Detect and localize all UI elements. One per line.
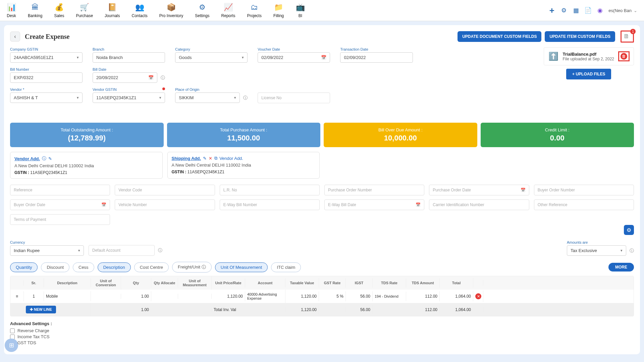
carrier-id-input[interactable]: Carrier Identification Number [429, 199, 529, 210]
currency-select[interactable]: Indian Rupee▾ [10, 245, 84, 256]
floating-help-button[interactable]: ⊞ [5, 339, 18, 352]
attachments-button[interactable]: 🗎 1 [621, 31, 634, 43]
place-origin-select[interactable]: SIKKIM▾ [175, 93, 240, 103]
nav-bi[interactable]: 📺BI [296, 3, 305, 18]
close-icon[interactable]: ✕ [209, 156, 212, 161]
back-button[interactable]: ‹ [10, 32, 20, 42]
buyer-order-number-input[interactable]: Buyer Order Number [534, 185, 634, 195]
badge-icon[interactable]: ◉ [596, 7, 604, 14]
vendor-add-link[interactable]: Vendor Add. [14, 156, 40, 161]
pill-freight[interactable]: Freight/Unit ⓘ [172, 262, 212, 273]
vendor-code-input[interactable]: Vendor Code [115, 185, 215, 195]
grid-icon[interactable]: ▦ [572, 7, 580, 14]
bill-date-input[interactable]: 20/09/2022📅 [93, 72, 157, 83]
default-account-input[interactable]: Default Account [89, 245, 155, 256]
top-nav: 📊Desk 🏛Banking 💰Sales 🛒Purchase 📔Journal… [0, 0, 644, 21]
info-icon[interactable]: ⓘ [42, 156, 46, 162]
settings-icon: ⚙ [198, 3, 207, 12]
nav-inventory[interactable]: 📦Pro Inventory [159, 3, 183, 18]
edit-icon[interactable]: ✎ [48, 156, 52, 161]
pill-itc[interactable]: ITC claim [271, 262, 301, 272]
kpi-outstanding: Total Outstanding Amount :(12,789.99) [10, 123, 164, 147]
pill-cost-centre[interactable]: Cost Centre [134, 262, 169, 272]
bill-number-input[interactable]: EXP/0322 [10, 72, 83, 83]
buyer-order-date-input[interactable]: Buyer Order Date📅 [10, 199, 110, 210]
add-icon[interactable]: + [548, 7, 555, 14]
company-gstin-select[interactable]: 24AABCA5951E1Z1▾ [10, 52, 83, 63]
shipping-address-card: Shipping Add.✎✕⧉Vendor Add. A New Delhi … [167, 152, 320, 179]
income-tax-tcs-checkbox[interactable]: Income Tax TCS [10, 334, 634, 339]
pill-quantity[interactable]: Quantity [10, 262, 38, 272]
table-row[interactable]: ≡ 1 Mobile 1.00 1,120.00 40000-Advertisi… [10, 290, 634, 303]
nav-journals[interactable]: 📔Journals [105, 3, 120, 18]
transaction-date-input[interactable]: 02/09/2022 [340, 52, 413, 63]
nav-sales[interactable]: 💰Sales [54, 3, 64, 18]
po-date-input[interactable]: Purchase Order Date📅 [429, 185, 529, 195]
calendar-icon: 📅 [521, 188, 526, 192]
update-item-fields-button[interactable]: UPDATE ITEM CUSTOM FIELDS [545, 31, 615, 42]
nav-settings[interactable]: ⚙Settings [195, 3, 209, 18]
eway-bill-input[interactable]: E-Way Bill Number [220, 199, 320, 210]
nav-filling[interactable]: 📁Filling [273, 3, 284, 18]
nav-contacts[interactable]: 👥Contacts [131, 3, 147, 18]
reverse-charge-checkbox[interactable]: Reverse Charge [10, 328, 634, 333]
delete-row-button[interactable]: ✕ [475, 293, 481, 299]
calendar-icon: 📅 [321, 55, 326, 60]
gear-icon[interactable]: ⚙ [560, 7, 568, 14]
chevron-down-icon: ⌄ [634, 8, 637, 13]
calendar-icon: 📅 [148, 75, 154, 80]
upload-files-button[interactable]: + UPLOAD FILES [566, 69, 611, 79]
delete-file-button[interactable]: 🗑 [618, 51, 630, 61]
update-doc-fields-button[interactable]: UPDATE DOCUMENT CUSTOM FIELDS [458, 31, 541, 42]
items-table: Sr. Description Unit of Conversion Qty Q… [10, 276, 634, 316]
new-line-button[interactable]: ✚ NEW LINE [26, 306, 56, 313]
vendor-add-link2[interactable]: Vendor Add. [219, 156, 243, 161]
lr-no-input[interactable]: L.R. No [220, 185, 320, 195]
vendor-gstin-select[interactable]: 11ASEPQ2345K1Z1▾ [93, 93, 165, 103]
pill-cess[interactable]: Cess [73, 262, 94, 272]
kpi-credit: Credit Limit :0.00 [481, 123, 634, 147]
pill-description[interactable]: Description [98, 262, 131, 272]
reference-input[interactable]: Reference [10, 185, 110, 195]
attach-badge: 1 [630, 29, 636, 34]
more-button[interactable]: MORE [608, 263, 634, 272]
amounts-are-select[interactable]: Tax Exclusive▾ [567, 245, 626, 256]
po-number-input[interactable]: Purchase Order Number [324, 185, 424, 195]
eway-date-input[interactable]: E-Way Bill Date📅 [324, 199, 424, 210]
voucher-date-input[interactable]: 02/09/2022📅 [258, 52, 330, 63]
nav-projects[interactable]: 🗂Projects [247, 3, 262, 18]
edit-icon[interactable]: ✎ [203, 156, 207, 161]
calendar-icon: 📅 [416, 202, 421, 207]
required-dot [162, 87, 165, 90]
note-icon[interactable]: 📄 [584, 7, 592, 14]
kpi-purchase: Total Purchase Amount :11,500.00 [167, 123, 321, 147]
nav-desk[interactable]: 📊Desk [7, 3, 16, 18]
info-icon[interactable]: ⓘ [243, 95, 248, 101]
pill-discount[interactable]: Discount [41, 262, 69, 272]
shipping-add-link[interactable]: Shipping Add. [172, 156, 201, 161]
terms-payment-input[interactable]: Terms of Payment [10, 214, 110, 225]
info-icon[interactable]: ⓘ [158, 247, 162, 253]
drag-handle-icon[interactable]: ≡ [10, 291, 24, 301]
advanced-settings-heading: Advanced Settings : [10, 321, 634, 326]
category-select[interactable]: Goods▾ [175, 52, 248, 63]
other-reference-input[interactable]: Other Reference [534, 199, 634, 210]
info-icon[interactable]: ⓘ [630, 248, 634, 254]
pill-uom[interactable]: Unit Of Measurement [215, 262, 268, 272]
copy-icon[interactable]: ⧉ [214, 156, 217, 161]
license-input[interactable]: License No [258, 93, 330, 103]
info-icon: ⓘ [202, 264, 206, 269]
info-icon[interactable]: ⓘ [161, 75, 165, 81]
projects-icon: 🗂 [250, 3, 259, 12]
nav-banking[interactable]: 🏛Banking [28, 3, 42, 18]
user-dropdown[interactable]: es(Neo Ban⌄ [608, 8, 637, 13]
vendor-select[interactable]: ASHISH & T▾ [10, 93, 83, 103]
gst-tds-checkbox[interactable]: GST TDS [10, 340, 634, 345]
branch-input[interactable]: Noida Branch [93, 52, 165, 63]
table-settings-button[interactable]: ⚙ [624, 225, 634, 235]
nav-purchase[interactable]: 🛒Purchase [76, 3, 93, 18]
attachment-icon: 🗎 [624, 33, 631, 40]
nav-reports[interactable]: 📈Reports [221, 3, 235, 18]
reports-icon: 📈 [224, 3, 233, 12]
vehicle-number-input[interactable]: Vehicle Number [115, 199, 215, 210]
